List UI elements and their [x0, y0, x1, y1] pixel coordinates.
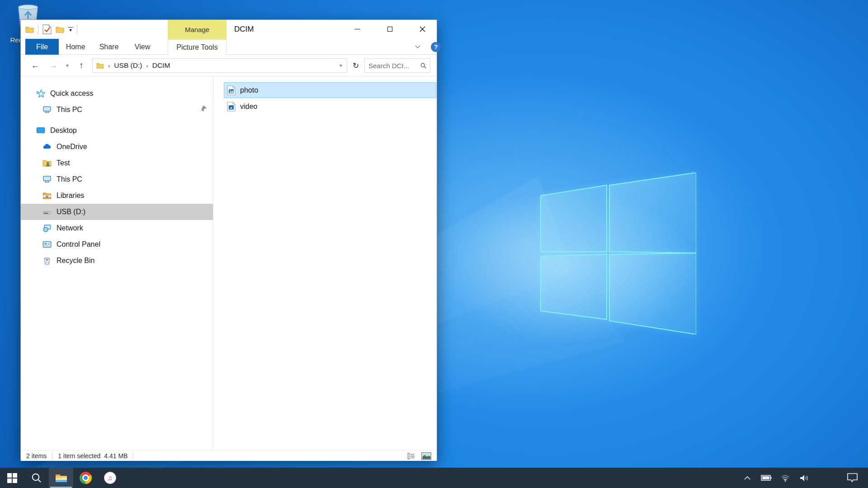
battery-icon [761, 475, 772, 481]
itunes-icon: ♫ [104, 472, 116, 484]
this-pc-icon [42, 175, 52, 184]
taskbar-search-button[interactable] [24, 468, 49, 488]
search-icon[interactable] [420, 62, 426, 69]
taskbar: ♫ [0, 468, 868, 488]
chrome-icon [80, 472, 92, 484]
control-panel-icon [42, 240, 52, 249]
window-title: DCIM [234, 20, 254, 39]
crumb-separator: › [146, 62, 148, 69]
customize-qat-arrow[interactable]: ▾ [68, 27, 73, 32]
system-tray [740, 468, 868, 488]
close-button[interactable] [412, 20, 433, 38]
help-button[interactable]: ? [427, 39, 445, 55]
nav-label: Desktop [50, 127, 77, 135]
crumb-separator: › [108, 62, 110, 69]
search-icon [31, 473, 42, 483]
nav-item-onedrive[interactable]: OneDrive [21, 139, 213, 155]
tab-manage-header[interactable]: Manage [168, 20, 226, 39]
nav-item-control-panel[interactable]: Control Panel [21, 236, 213, 253]
file-row-photo[interactable]: photo [224, 82, 436, 98]
up-button[interactable]: ↑ [73, 55, 90, 76]
battery-indicator[interactable] [759, 468, 774, 488]
usb-drive-icon [42, 207, 52, 216]
tab-picture-tools[interactable]: Picture Tools [168, 39, 226, 55]
tab-view[interactable]: View [126, 39, 159, 55]
qat-separator [38, 24, 38, 34]
nav-label: Libraries [57, 192, 84, 200]
taskbar-chrome[interactable] [73, 468, 98, 488]
nav-label: Test [57, 159, 70, 167]
refresh-button[interactable]: ↻ [349, 58, 363, 73]
back-button[interactable]: ← [27, 55, 43, 76]
address-folder-icon [96, 62, 104, 69]
address-dropdown-chevron[interactable]: ▾ [335, 62, 347, 69]
item-count: 2 items [21, 452, 52, 460]
help-icon: ? [431, 42, 441, 52]
taskbar-file-explorer[interactable] [49, 468, 73, 488]
file-row-video[interactable]: video [224, 99, 436, 114]
action-center-icon [847, 473, 858, 483]
hidden-icons-button[interactable] [740, 468, 755, 488]
file-name: photo [240, 86, 258, 94]
breadcrumb-dcim[interactable]: DCIM [152, 61, 170, 70]
nav-item-usb-d[interactable]: USB (D:) [21, 204, 213, 220]
minimize-button[interactable] [347, 20, 368, 38]
status-separator [133, 452, 133, 460]
address-bar[interactable]: › USB (D:) › DCIM ▾ [92, 58, 347, 73]
windows-logo-wallpaper [540, 173, 696, 334]
taskbar-itunes[interactable]: ♫ [98, 468, 122, 488]
nav-item-desktop[interactable]: Desktop [21, 122, 213, 139]
new-folder-icon[interactable] [56, 26, 64, 33]
nav-item-network[interactable]: Network [21, 220, 213, 236]
explorer-folder-icon [25, 26, 34, 33]
nav-label: This PC [57, 175, 82, 183]
network-indicator[interactable] [778, 468, 793, 488]
file-list: photo video [214, 76, 438, 450]
start-button[interactable] [0, 468, 24, 488]
search-input[interactable] [368, 62, 420, 70]
nav-item-libraries[interactable]: Libraries [21, 188, 213, 204]
nav-item-recycle-bin[interactable]: Recycle Bin [21, 253, 213, 269]
nav-label: Recycle Bin [57, 257, 94, 265]
collapse-ribbon-button[interactable] [409, 39, 427, 55]
maximize-button[interactable] [380, 20, 400, 38]
taskbar-apps: ♫ [0, 468, 122, 488]
start-icon [7, 473, 17, 483]
file-explorer-icon [55, 473, 67, 483]
chevron-down-icon [415, 45, 420, 49]
user-folder-icon [42, 159, 52, 168]
quick-access-star-icon [36, 89, 45, 98]
volume-icon [800, 474, 809, 482]
nav-spacer [21, 118, 213, 122]
explorer-window: ▾ Manage DCIM File Home Share View Pictu… [20, 19, 437, 460]
nav-label: This PC [57, 106, 82, 114]
minimize-icon [354, 29, 360, 29]
file-name: video [240, 103, 257, 111]
search-box[interactable] [364, 58, 430, 73]
nav-label: OneDrive [57, 143, 87, 151]
nav-label: Control Panel [57, 240, 100, 249]
recent-locations-chevron[interactable]: ▾ [62, 55, 72, 76]
breadcrumb-usb[interactable]: USB (D:) [114, 61, 142, 70]
volume-indicator[interactable] [797, 468, 812, 488]
properties-icon[interactable] [42, 24, 52, 34]
large-thumbnails-view-icon[interactable] [421, 452, 431, 460]
nav-item-this-pc-pinned[interactable]: This PC [21, 102, 213, 118]
nav-item-quick-access[interactable]: Quick access [21, 85, 213, 102]
nav-label: Quick access [50, 89, 93, 98]
details-view-icon[interactable] [407, 453, 415, 460]
action-center-button[interactable] [844, 468, 860, 488]
video-file-icon [227, 102, 236, 112]
nav-item-test[interactable]: Test [21, 155, 213, 171]
desktop-icon [36, 126, 45, 135]
hidden-icons-chevron [744, 476, 750, 480]
tab-share[interactable]: Share [92, 39, 126, 55]
nav-item-this-pc[interactable]: This PC [21, 171, 213, 188]
pin-icon [200, 105, 208, 113]
status-bar: 2 items 1 item selected 4.41 MB [21, 450, 437, 461]
tab-home[interactable]: Home [59, 39, 92, 55]
maximize-icon [387, 27, 392, 32]
tab-file[interactable]: File [25, 39, 59, 55]
forward-button[interactable]: → [45, 55, 61, 76]
ribbon-tabs: File Home Share View Picture Tools ? [21, 39, 437, 55]
